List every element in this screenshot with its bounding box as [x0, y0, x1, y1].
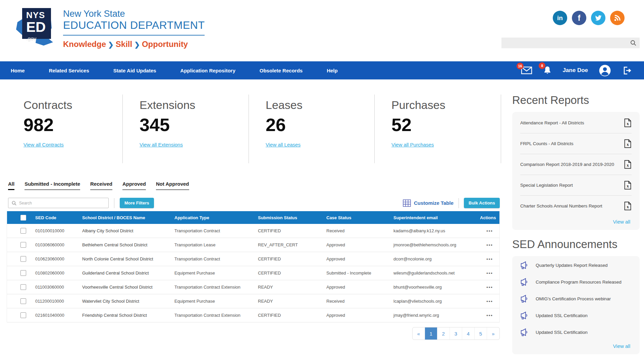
- tab-submitted-incomplete[interactable]: Submitted - Incomplete: [24, 181, 80, 190]
- table-body: 010100010000 Albany City School District…: [7, 224, 499, 322]
- nav-item[interactable]: Application Repository: [180, 68, 235, 73]
- megaphone-icon: [520, 311, 530, 320]
- pagination-page-5[interactable]: 5: [475, 327, 487, 340]
- table-row: 010306060000 Bethlehem Central School Di…: [7, 238, 499, 252]
- announcement-item[interactable]: Updated SSL Certification: [520, 324, 632, 341]
- logout-icon[interactable]: [622, 66, 632, 75]
- customize-table-button[interactable]: Customize Table: [403, 199, 453, 207]
- cell-sed-code: 011200010000: [35, 299, 82, 304]
- pagination-page-1[interactable]: 1: [425, 327, 437, 340]
- megaphone-icon: [520, 327, 530, 337]
- nav-item[interactable]: Home: [11, 68, 25, 73]
- nav-item[interactable]: State Aid Updates: [113, 68, 156, 73]
- cell-superintendent-email: dcorr@ncolonie.org: [393, 256, 480, 261]
- row-actions-icon[interactable]: •••: [480, 285, 499, 290]
- nav-item[interactable]: Obsolete Records: [260, 68, 303, 73]
- excel-file-icon[interactable]: x: [624, 201, 632, 210]
- pagination-page-2[interactable]: 2: [437, 327, 450, 340]
- cell-superintendent-email: lcaplan@vlietschools.org: [393, 299, 480, 304]
- report-item[interactable]: Special Legislation Report x: [520, 175, 632, 195]
- pagination-next[interactable]: »: [487, 327, 499, 340]
- logo-nys-text: NYS: [26, 11, 51, 19]
- report-item[interactable]: Charter Schools Annual Numbers Report x: [520, 195, 632, 216]
- nav-item[interactable]: Related Services: [49, 68, 89, 73]
- social-links: in f: [553, 11, 625, 25]
- stat-view-all-link[interactable]: View all Extensions: [140, 142, 183, 147]
- announcements-view-all-link[interactable]: View all: [512, 341, 640, 354]
- stat-card: Contracts 982 View all Contracts: [7, 95, 123, 163]
- cell-sed-code: 011003060000: [35, 285, 82, 290]
- announcement-item[interactable]: OMIG's Certification Process webinar: [520, 290, 632, 307]
- tab-received[interactable]: Received: [90, 181, 112, 190]
- col-actions: Actions: [480, 215, 499, 220]
- cell-case-status: Approved: [326, 256, 393, 261]
- rss-glyph: [613, 14, 621, 22]
- stat-value: 982: [23, 114, 122, 135]
- row-checkbox[interactable]: [20, 242, 26, 248]
- row-checkbox[interactable]: [20, 284, 26, 290]
- col-district: School District / BOCES Name: [82, 215, 174, 220]
- user-name[interactable]: Jane Doe: [562, 67, 588, 74]
- notifications-button[interactable]: 8: [543, 66, 552, 75]
- avatar[interactable]: [599, 64, 611, 77]
- rss-icon[interactable]: [610, 11, 625, 25]
- excel-file-icon[interactable]: x: [624, 118, 632, 127]
- search-icon[interactable]: [630, 40, 637, 46]
- cell-district: Voorheesville Central School District: [82, 285, 174, 290]
- announcement-item[interactable]: Quarterly Updates Report Released: [520, 257, 632, 274]
- pagination-page-4[interactable]: 4: [462, 327, 475, 340]
- pagination-page-3[interactable]: 3: [450, 327, 462, 340]
- table-row: 011200010000 Watervliet City School Dist…: [7, 294, 499, 308]
- stat-view-all-link[interactable]: View all Leases: [266, 142, 301, 147]
- excel-file-icon[interactable]: x: [624, 160, 632, 169]
- more-filters-button[interactable]: More Filters: [120, 198, 154, 208]
- row-checkbox[interactable]: [20, 312, 26, 318]
- announcement-item[interactable]: Compliance Program Resources Released: [520, 274, 632, 290]
- row-actions-icon[interactable]: •••: [480, 256, 499, 261]
- announcement-item[interactable]: Updated SSL Certification: [520, 307, 632, 324]
- tab-all[interactable]: All: [8, 181, 14, 190]
- tab-not-approved[interactable]: Not Approved: [156, 181, 189, 190]
- bulk-actions-button[interactable]: Bulk Actions: [464, 198, 500, 208]
- table-row: 010100010000 Albany City School District…: [7, 224, 499, 238]
- linkedin-icon[interactable]: in: [553, 11, 567, 25]
- cell-application-type: Transportation Lease: [174, 242, 258, 247]
- cell-case-status: Received: [326, 299, 393, 304]
- table-search-input[interactable]: [19, 200, 105, 205]
- pagination-prev[interactable]: «: [413, 327, 425, 340]
- nav-item[interactable]: Help: [327, 68, 338, 73]
- tab-approved[interactable]: Approved: [122, 181, 146, 190]
- site-search: [501, 38, 640, 48]
- twitter-icon[interactable]: [591, 11, 605, 25]
- stat-view-all-link[interactable]: View all Contracts: [23, 142, 64, 147]
- stat-value: 52: [391, 114, 501, 135]
- reports-view-all-link[interactable]: View all: [512, 216, 640, 230]
- stat-cards: Contracts 982 View all Contracts Extensi…: [7, 95, 501, 163]
- messages-button[interactable]: 16: [521, 66, 532, 75]
- row-actions-icon[interactable]: •••: [480, 299, 499, 304]
- site-search-input[interactable]: [501, 38, 640, 48]
- row-actions-icon[interactable]: •••: [480, 242, 499, 247]
- facebook-icon[interactable]: f: [572, 11, 586, 25]
- cell-district: Bethlehem Central School District: [82, 242, 174, 247]
- excel-file-icon[interactable]: x: [624, 139, 632, 148]
- select-all-checkbox[interactable]: [20, 215, 26, 221]
- row-actions-icon[interactable]: •••: [480, 270, 499, 276]
- stat-view-all-link[interactable]: View all Purchases: [391, 142, 434, 147]
- tagline-opportunity: Opportunity: [142, 40, 188, 49]
- cell-submission-status: CERTIFIED: [258, 313, 326, 318]
- row-checkbox[interactable]: [20, 298, 26, 304]
- excel-file-icon[interactable]: x: [624, 181, 632, 190]
- row-checkbox[interactable]: [20, 228, 26, 234]
- row-checkbox[interactable]: [20, 256, 26, 262]
- report-item[interactable]: Comparison Report 2018-2019 and 2019-202…: [520, 154, 632, 175]
- cell-district: Friendship Central School District: [82, 313, 174, 318]
- row-actions-icon[interactable]: •••: [480, 228, 499, 233]
- row-checkbox[interactable]: [20, 270, 26, 276]
- cell-case-status: Approved: [326, 242, 393, 247]
- cell-submission-status: CERTIFIED: [258, 228, 326, 233]
- report-item[interactable]: Attendance Report - All Districts x: [520, 113, 632, 133]
- report-item[interactable]: FRPL Counts - All Districts x: [520, 133, 632, 154]
- row-actions-icon[interactable]: •••: [480, 313, 499, 318]
- report-label: Attendance Report - All Districts: [520, 120, 584, 125]
